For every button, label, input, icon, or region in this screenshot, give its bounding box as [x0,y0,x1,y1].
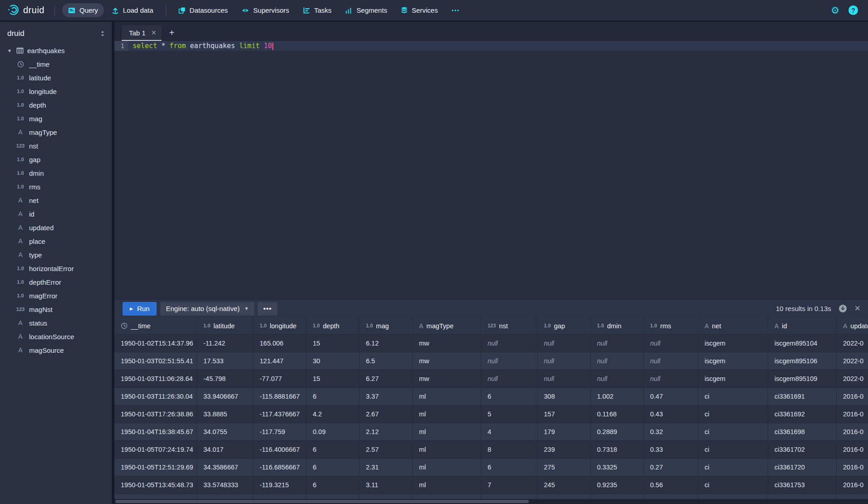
tree-column-mag[interactable]: 1.0mag [0,112,112,125]
tree-column-rms[interactable]: 1.0rms [0,180,112,193]
table-cell[interactable]: 6.27 [360,370,413,388]
tree-column-status[interactable]: Astatus [0,316,112,330]
table-cell[interactable]: -45.798 [197,370,253,388]
table-cell[interactable]: 7 [481,476,538,494]
table-cell[interactable]: 33.9406667 [197,388,253,405]
table-cell[interactable]: -117.759 [253,423,306,441]
table-cell[interactable]: 6 [481,459,538,476]
tree-column-depth[interactable]: 1.0depth [0,98,112,112]
table-cell[interactable]: 239 [538,441,591,459]
download-icon[interactable] [838,304,847,313]
table-cell[interactable]: 17.533 [197,352,253,370]
table-cell[interactable]: null [481,352,538,370]
table-cell[interactable]: 0.9235 [591,476,644,494]
nav-item-tasks[interactable]: Tasks [297,3,337,17]
table-cell[interactable]: ci3361702 [768,441,837,459]
table-cell[interactable]: null [538,335,591,352]
tree-column-magSource[interactable]: AmagSource [0,343,112,357]
tab-close-icon[interactable]: ✕ [151,29,157,36]
table-cell[interactable]: 2022-0 [837,335,868,352]
table-cell[interactable]: 2022-0 [837,370,868,388]
column-header-dmin[interactable]: 1.0dmin [591,317,644,335]
chevron-down-icon[interactable]: ▾ [6,47,13,54]
table-cell[interactable]: 245 [538,476,591,494]
table-cell[interactable]: -116.6856667 [253,459,306,476]
table-cell[interactable]: -115.8881667 [253,388,306,405]
table-cell[interactable]: 1950-01-03T11:26:30.040Z [114,388,197,405]
table-cell[interactable]: 0.7318 [591,441,644,459]
table-cell[interactable]: 165.006 [253,335,306,352]
table-cell[interactable]: ml [413,459,481,476]
add-tab-icon[interactable]: + [162,28,182,38]
table-cell[interactable]: 0.09 [306,423,360,441]
nav-item-segments[interactable]: Segments [339,3,393,17]
tree-item-earthquakes[interactable]: ▾earthquakes [0,44,112,57]
nav-item-query[interactable]: Query [62,3,104,17]
table-cell[interactable]: null [538,352,591,370]
engine-select[interactable]: Engine: auto (sql-native) ▼ [160,302,254,316]
table-cell[interactable]: ci3361698 [768,423,837,441]
table-cell[interactable]: 0.27 [644,459,698,476]
sql-editor[interactable]: 1 select * from earthquakes limit 10 [114,41,868,299]
table-cell[interactable]: 2016-0 [837,459,868,476]
settings-gear-icon[interactable]: ⚙ [831,5,839,15]
table-cell[interactable]: 1950-01-05T07:24:19.740Z [114,441,197,459]
column-header-rms[interactable]: 1.0rms [644,317,698,335]
tree-column-updated[interactable]: Aupdated [0,221,112,234]
tree-column-gap[interactable]: 1.0gap [0,153,112,166]
column-header-magType[interactable]: AmagType [413,317,481,335]
table-cell[interactable]: 30 [306,352,360,370]
table-cell[interactable]: 15 [306,335,360,352]
table-cell[interactable]: 6 [306,476,360,494]
table-cell[interactable]: -116.4006667 [253,441,306,459]
nav-item-supervisors[interactable]: Supervisors [236,3,295,17]
table-cell[interactable]: 6.5 [360,352,413,370]
table-cell[interactable]: 2.12 [360,423,413,441]
table-cell[interactable]: null [481,335,538,352]
table-cell[interactable]: 157 [538,405,591,423]
table-cell[interactable]: iscgem895109 [768,370,837,388]
table-cell[interactable]: ml [413,441,481,459]
table-cell[interactable]: 0.1168 [591,405,644,423]
table-cell[interactable]: 6 [306,459,360,476]
table-cell[interactable]: 275 [538,459,591,476]
column-header-latitude[interactable]: 1.0latitude [197,317,253,335]
table-cell[interactable]: 121.447 [253,352,306,370]
horizontal-scrollbar[interactable] [114,499,868,504]
table-cell[interactable]: null [644,370,698,388]
tree-column-dmin[interactable]: 1.0dmin [0,166,112,180]
table-cell[interactable]: 2016-0 [837,405,868,423]
table-cell[interactable]: iscgem [698,370,768,388]
table-cell[interactable]: 2016-0 [837,423,868,441]
tree-column-horizontalError[interactable]: 1.0horizontalError [0,262,112,275]
column-header-gap[interactable]: 1.0gap [538,317,591,335]
tree-column-depthError[interactable]: 1.0depthError [0,275,112,289]
tree-column-type[interactable]: Atype [0,248,112,262]
table-cell[interactable]: 33.5748333 [197,476,253,494]
table-cell[interactable]: 5 [481,405,538,423]
column-header-id[interactable]: Aid [768,317,837,335]
column-header-__time[interactable]: __time [114,317,197,335]
table-cell[interactable]: 308 [538,388,591,405]
table-cell[interactable]: 6.12 [360,335,413,352]
table-cell[interactable]: 2.67 [360,405,413,423]
table-cell[interactable]: ci [698,441,768,459]
table-cell[interactable]: 1950-01-02T15:14:37.960Z [114,335,197,352]
table-cell[interactable]: ci3361692 [768,405,837,423]
scrollbar-thumb[interactable] [115,500,529,503]
table-cell[interactable]: ci3361720 [768,459,837,476]
table-cell[interactable]: 2022-0 [837,352,868,370]
table-cell[interactable]: ml [413,405,481,423]
table-cell[interactable]: 1.002 [591,388,644,405]
table-cell[interactable]: 6 [306,441,360,459]
table-cell[interactable]: -77.077 [253,370,306,388]
table-cell[interactable]: 34.0755 [197,423,253,441]
tree-column-magNst[interactable]: 123magNst [0,302,112,316]
table-cell[interactable]: ci [698,388,768,405]
tree-column-latitude[interactable]: 1.0latitude [0,71,112,84]
table-cell[interactable]: 0.56 [644,476,698,494]
table-cell[interactable]: iscgem [698,335,768,352]
table-cell[interactable]: 6 [481,388,538,405]
table-cell[interactable]: 0.33 [644,441,698,459]
table-cell[interactable]: 0.3325 [591,459,644,476]
